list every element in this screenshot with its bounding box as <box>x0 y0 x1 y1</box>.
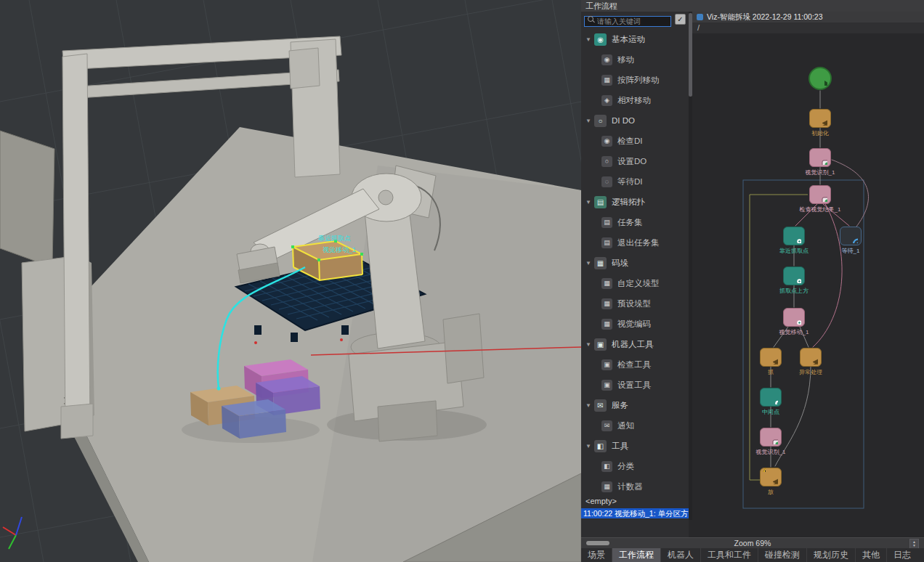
tree-group-logic[interactable]: ▼ ▤ 逻辑拓扑 <box>581 192 689 212</box>
tree-item-notify[interactable]: ✉ 通知 <box>581 415 689 436</box>
tab-plan-history[interactable]: 规划历史 <box>806 548 855 562</box>
step-library: ✓ ▼ ◉ 基本运动 ◉ 移动 ▦ 按阵列移动 <box>581 12 689 537</box>
tree-item-classify[interactable]: ◧ 分类 <box>581 456 689 476</box>
layers-icon: ▤ <box>601 217 612 228</box>
flow-node-init[interactable]: 初始化 <box>809 109 831 128</box>
pin-icon <box>760 388 782 407</box>
io-circle-icon: ○ <box>594 115 607 127</box>
layers-icon: ▤ <box>594 196 607 208</box>
tree-item-preset-pattern[interactable]: ▦ 预设垛型 <box>581 293 689 314</box>
half-square-icon: ◧ <box>601 461 612 472</box>
step-tree: ▼ ◉ 基本运动 ◉ 移动 ▦ 按阵列移动 ◈ 相对移动 <box>581 29 689 497</box>
canvas-footer: Zoom 69% ▲ ▼ <box>581 537 924 548</box>
panel-body: ✓ ▼ ◉ 基本运动 ◉ 移动 ▦ 按阵列移动 <box>581 12 924 537</box>
flow-node-wait[interactable]: 等待_1 <box>840 227 862 245</box>
chevron-down-icon[interactable]: ▼ <box>585 36 594 43</box>
tree-item-exit-task-set[interactable]: ▤ 退出任务集 <box>581 232 689 253</box>
bottom-tab-bar: 场景 工作流程 机器人 工具和工件 碰撞检测 规划历史 其他 日志 <box>581 548 924 562</box>
grid-icon: ▦ <box>601 75 612 86</box>
tree-item-set-tool[interactable]: ▣ 设置工具 <box>581 375 689 395</box>
chevron-down-icon[interactable]: ▼ <box>585 402 594 409</box>
chevron-down-icon[interactable]: ▼ <box>585 341 594 348</box>
tree-item-wait-di[interactable]: ◌ 等待DI <box>581 171 689 192</box>
waypoints-icon <box>783 227 805 245</box>
tree-item-move[interactable]: ◉ 移动 <box>581 49 689 70</box>
tree-item-custom-pattern[interactable]: ▦ 自定义垛型 <box>581 273 689 293</box>
tree-item-task-set[interactable]: ▤ 任务集 <box>581 212 689 232</box>
tree-item-relative-move[interactable]: ◈ 相对移动 <box>581 90 689 110</box>
chevron-down-icon[interactable]: ▼ <box>585 199 594 205</box>
tree-item-check-tool[interactable]: ▣ 检查工具 <box>581 354 689 375</box>
flow-node-midpoint[interactable]: 中间点 <box>760 388 782 407</box>
grid-icon: ▦ <box>601 298 612 309</box>
grid-icon: ▦ <box>601 481 612 492</box>
chevron-down-icon[interactable]: ▼ <box>585 118 594 124</box>
pin-icon: ◉ <box>594 33 607 46</box>
search-icon <box>588 16 593 22</box>
workflow-canvas[interactable]: Viz-智能拆垛 2022-12-29 11:00:23 / <box>692 12 924 537</box>
camera-check-icon <box>809 185 831 204</box>
tab-scene[interactable]: 场景 <box>581 548 612 562</box>
mail-icon: ✉ <box>594 399 607 412</box>
tree-group-palletizing[interactable]: ▼ ▦ 码垛 <box>581 253 689 273</box>
placed-box-blue <box>222 399 286 439</box>
robot-tool-icon: ▣ <box>594 338 607 351</box>
flow-node-vision-2[interactable]: 视觉识别_1 <box>760 428 782 447</box>
panel-title: 工作流程 <box>581 0 924 12</box>
dashed-ring-icon: ◌ <box>601 176 612 187</box>
ring-icon: ○ <box>601 156 612 167</box>
3d-viewport[interactable]: 靠近抓取点 视觉移动_1 <box>0 0 581 562</box>
tree-group-tools[interactable]: ▼ ◧ 工具 <box>581 436 689 456</box>
flow-node-place[interactable]: 放 <box>760 468 782 486</box>
waypoint-label-vmove: 视觉移动_1 <box>323 246 356 253</box>
search-row: ✓ <box>584 13 686 25</box>
filter-checkbox[interactable]: ✓ <box>675 14 686 25</box>
tree-group-service[interactable]: ▼ ✉ 服务 <box>581 395 689 415</box>
layers-icon <box>760 348 782 367</box>
flow-node-approach[interactable]: 靠近抓取点 <box>783 227 805 245</box>
log-message[interactable]: 11:00:22 视觉移动_1: 单分区方形 <box>581 508 689 518</box>
tree-item-array-move[interactable]: ▦ 按阵列移动 <box>581 70 689 90</box>
play-icon <box>808 67 832 90</box>
flow-node-check-vision[interactable]: 检查视觉结果_1 <box>809 185 831 204</box>
flow-node-above-pick[interactable]: 抓取点上方 <box>783 266 805 285</box>
tab-others[interactable]: 其他 <box>855 548 886 562</box>
pin-icon: ◉ <box>601 54 612 65</box>
flow-node-exception[interactable]: 异常处理 <box>800 348 822 367</box>
flow-node-vision-1[interactable]: 视觉识别_1 <box>809 148 831 167</box>
zoom-level: Zoom 69% <box>581 538 924 548</box>
tab-tools-workpieces[interactable]: 工具和工件 <box>700 548 758 562</box>
tree-item-set-do[interactable]: ○ 设置DO <box>581 151 689 171</box>
flow-node-vision-move[interactable]: 视觉移动_1 <box>783 308 805 327</box>
tree-item-check-di[interactable]: ◉ 检查DI <box>581 131 689 151</box>
mail-icon: ✉ <box>601 420 612 431</box>
wall-panel <box>0 131 54 267</box>
flow-node-start[interactable] <box>808 67 830 90</box>
tree-group-di-do[interactable]: ▼ ○ DI DO <box>581 110 689 131</box>
stepper-down-icon[interactable]: ▼ <box>912 544 916 547</box>
waypoint-label-approach: 靠近抓取点 <box>318 235 351 242</box>
diamond-icon: ◈ <box>601 95 612 106</box>
tree-group-robot-tool[interactable]: ▼ ▣ 机器人工具 <box>581 334 689 354</box>
tree-item-counter[interactable]: ▦ 计数器 <box>581 476 689 497</box>
tab-log[interactable]: 日志 <box>886 548 917 562</box>
chevron-down-icon[interactable]: ▼ <box>585 443 594 449</box>
dot-circle-icon: ◉ <box>601 136 612 147</box>
clock-icon <box>840 227 862 245</box>
tree-group-basic-motion[interactable]: ▼ ◉ 基本运动 <box>581 29 689 49</box>
grid-icon: ▦ <box>594 257 607 269</box>
search-box <box>584 14 671 25</box>
search-input[interactable] <box>584 16 671 27</box>
waypoints-icon <box>783 308 805 327</box>
camera-icon <box>760 428 782 447</box>
grid-icon: ▦ <box>601 319 612 330</box>
tab-robot[interactable]: 机器人 <box>660 548 700 562</box>
tree-item-vision-pattern[interactable]: ▦ 视觉编码 <box>581 314 689 334</box>
tab-workflow[interactable]: 工作流程 <box>612 548 660 562</box>
chevron-down-icon[interactable]: ▼ <box>585 260 594 266</box>
tab-collision[interactable]: 碰撞检测 <box>758 548 806 562</box>
tool-icon: ▣ <box>601 359 612 370</box>
layers-icon <box>809 109 831 128</box>
zoom-stepper[interactable]: ▲ ▼ <box>909 539 919 549</box>
flow-node-grab[interactable]: 抓 <box>760 348 782 367</box>
